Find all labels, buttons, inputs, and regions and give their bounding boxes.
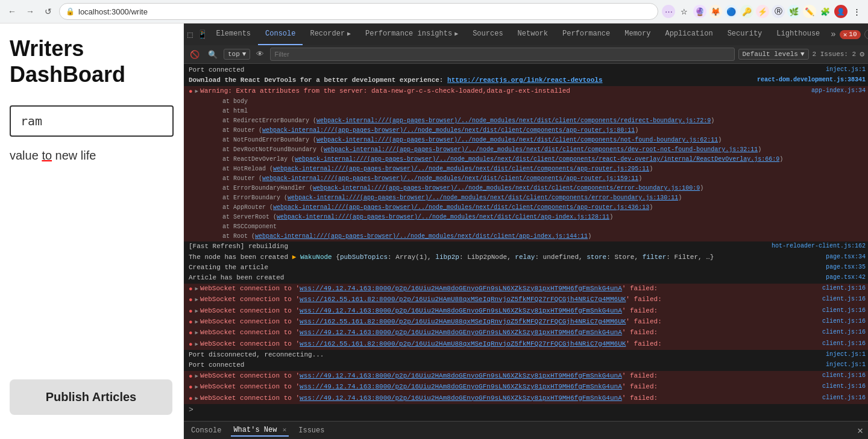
console-filter-input[interactable]	[270, 48, 734, 61]
stack-link[interactable]: webpack-internal:///(app-pages-browser)/…	[255, 233, 588, 240]
ws-link[interactable]: wss://49.12.74.163:8000/p2p/16Uiu2HAm8do…	[300, 285, 622, 292]
footer-tab-issues[interactable]: Issues	[296, 425, 327, 436]
tab-security[interactable]: Security	[720, 23, 770, 45]
tab-lighthouse[interactable]: Lighthouse	[769, 23, 827, 45]
tab-network[interactable]: Network	[511, 23, 555, 45]
tab-application[interactable]: Application	[658, 23, 720, 45]
console-output[interactable]: Port connected inject.js:1 Download the …	[184, 64, 868, 421]
close-footer-panel-button[interactable]: ✕	[857, 425, 863, 437]
line-text: ▶WebSocket connection to 'wss://49.12.74…	[195, 372, 817, 381]
console-toolbar: 🚫 🔍 top ▼ 👁 Default levels ▼ 2 Issues: 2…	[184, 45, 868, 63]
expand-triangle-icon: ▶	[195, 341, 198, 347]
line-source[interactable]: page.tsx:42	[821, 273, 866, 282]
ws-link[interactable]: wss://49.12.74.163:8000/p2p/16Uiu2HAm8do…	[300, 307, 622, 314]
line-source[interactable]: client.js:16	[817, 317, 866, 326]
tab-performance[interactable]: Performance	[555, 23, 617, 45]
forward-button[interactable]: →	[23, 4, 37, 19]
bookmark-icon[interactable]: ☆	[678, 5, 691, 18]
address-bar[interactable]: 🔒 localhost:3000/write	[59, 3, 658, 20]
extension-4-icon[interactable]: 🔑	[740, 5, 753, 18]
stack-link[interactable]: webpack-internal:///(app-pages-browser)/…	[262, 175, 638, 182]
back-button[interactable]: ←	[5, 4, 19, 19]
whats-new-close-button[interactable]: ✕	[283, 426, 287, 434]
more-tabs-button[interactable]: »	[827, 30, 839, 39]
ws-link[interactable]: wss://49.12.74.163:8000/p2p/16Uiu2HAm8do…	[300, 329, 622, 336]
ws-link[interactable]: wss://162.55.161.82:8000/p2p/16Uiu2HAmU8…	[300, 296, 626, 303]
extension-7-icon[interactable]: 🌿	[787, 5, 800, 18]
extension-1-icon[interactable]: 🔮	[693, 5, 706, 18]
article-input[interactable]: ram	[10, 105, 174, 137]
react-devtools-link[interactable]: https://reactjs.org/link/react-devtools	[447, 76, 602, 84]
stack-line: at body	[184, 97, 868, 107]
profile-icon[interactable]: 👤	[834, 5, 848, 18]
footer-tab-console[interactable]: Console	[189, 425, 224, 436]
stack-link[interactable]: webpack-internal:///(app-pages-browser)/…	[324, 146, 758, 153]
top-selector[interactable]: top ▼	[224, 49, 250, 60]
extension-6-icon[interactable]: Ⓡ	[772, 5, 785, 18]
line-text: ▶Warning: Extra attributes from the serv…	[195, 87, 807, 96]
tab-elements[interactable]: Elements	[209, 23, 258, 45]
expand-triangle-icon: ▶	[195, 297, 198, 303]
line-source[interactable]: client.js:16	[817, 284, 866, 293]
line-source[interactable]: client.js:16	[817, 328, 866, 337]
ws-link[interactable]: wss://162.55.161.82:8000/p2p/16Uiu2HAmU8…	[300, 318, 626, 325]
stack-link[interactable]: webpack-internal:///(app-pages-browser)/…	[273, 166, 649, 172]
lock-icon: 🔒	[66, 7, 75, 16]
stack-link[interactable]: webpack-internal:///(app-pages-browser)/…	[295, 156, 779, 163]
console-prompt-line[interactable]: >	[184, 404, 868, 416]
extensions-icon[interactable]: ⋯	[662, 5, 675, 18]
line-text: Download the React DevTools for a better…	[189, 76, 752, 85]
line-source[interactable]: page.tsx:34	[821, 253, 866, 261]
line-text: at AppRouter (webpack-internal:///(app-p…	[208, 204, 866, 212]
menu-icon[interactable]: ⋮	[850, 5, 863, 18]
extension-8-icon[interactable]: ✏️	[803, 5, 816, 18]
tab-console[interactable]: Console	[258, 23, 303, 45]
stack-link[interactable]: webpack-internal:///(app-pages-browser)/…	[277, 214, 609, 220]
clear-console-button[interactable]: 🚫	[187, 49, 202, 60]
line-source[interactable]: client.js:16	[817, 340, 866, 348]
line-source[interactable]: app-index.js:34	[807, 87, 866, 95]
eye-icon[interactable]: 👁	[254, 49, 266, 60]
ws-link[interactable]: wss://162.55.161.82:8000/p2p/16Uiu2HAmU8…	[300, 340, 626, 347]
filter-button[interactable]: 🔍	[206, 49, 220, 60]
device-icon[interactable]: 📱	[196, 28, 209, 41]
line-source[interactable]: client.js:16	[817, 307, 866, 315]
reload-button[interactable]: ↺	[41, 4, 55, 19]
extension-5-icon[interactable]: ⚡	[756, 5, 769, 18]
ws-link[interactable]: wss://49.12.74.163:8000/p2p/16Uiu2HAm8do…	[300, 383, 622, 390]
console-line-ws-error: ● ▶WebSocket connection to 'wss://162.55…	[184, 339, 868, 350]
recorder-icon: ▶	[347, 30, 351, 37]
ws-link[interactable]: wss://49.12.74.163:8000/p2p/16Uiu2HAm8do…	[300, 372, 622, 379]
line-source[interactable]: client.js:16	[817, 394, 866, 402]
level-selector[interactable]: Default levels ▼	[738, 49, 809, 60]
line-source[interactable]: inject.js:1	[821, 350, 866, 359]
stack-link[interactable]: webpack-internal:///(app-pages-browser)/…	[313, 185, 700, 191]
extension-3-icon[interactable]: 🔵	[725, 5, 738, 18]
line-source[interactable]: hot-reloader-client.js:162	[767, 242, 866, 251]
stack-link[interactable]: webpack-internal:///(app-pages-browser)/…	[273, 204, 649, 211]
footer-tab-whats-new[interactable]: What's New ✕	[231, 425, 289, 437]
extension-2-icon[interactable]: 🦊	[709, 5, 722, 18]
line-source[interactable]: inject.js:1	[821, 66, 866, 74]
line-source[interactable]: react-dom.development.js:38341	[752, 76, 866, 84]
tab-performance-insights[interactable]: Performance insights ▶	[358, 23, 465, 45]
ws-link[interactable]: wss://49.12.74.163:8000/p2p/16Uiu2HAm8do…	[300, 394, 622, 402]
tab-recorder[interactable]: Recorder ▶	[303, 23, 358, 45]
line-source[interactable]: inject.js:1	[821, 361, 866, 369]
stack-link[interactable]: webpack-internal:///(app-pages-browser)/…	[288, 195, 678, 201]
tab-memory[interactable]: Memory	[617, 23, 658, 45]
error-circle-icon: ●	[189, 295, 193, 305]
inspect-icon[interactable]: ⬚	[186, 28, 193, 41]
tab-sources[interactable]: Sources	[465, 23, 510, 45]
stack-link[interactable]: webpack-internal:///(app-pages-browser)/…	[316, 137, 718, 143]
publish-articles-button[interactable]: Publish Articles	[10, 379, 172, 415]
line-source[interactable]: page.tsx:35	[821, 263, 866, 272]
line-source[interactable]: client.js:16	[817, 372, 866, 380]
extensions-puzzle-icon[interactable]: 🧩	[819, 5, 832, 18]
line-text: at RedirectErrorBoundary (webpack-intern…	[208, 117, 866, 125]
line-source[interactable]: client.js:16	[817, 382, 866, 391]
stack-link[interactable]: webpack-internal:///(app-pages-browser)/…	[262, 127, 635, 134]
stack-link[interactable]: webpack-internal:///(app-pages-browser)/…	[316, 117, 711, 124]
toolbar-settings-icon[interactable]: ⚙	[860, 49, 864, 59]
line-source[interactable]: client.js:16	[817, 295, 866, 304]
